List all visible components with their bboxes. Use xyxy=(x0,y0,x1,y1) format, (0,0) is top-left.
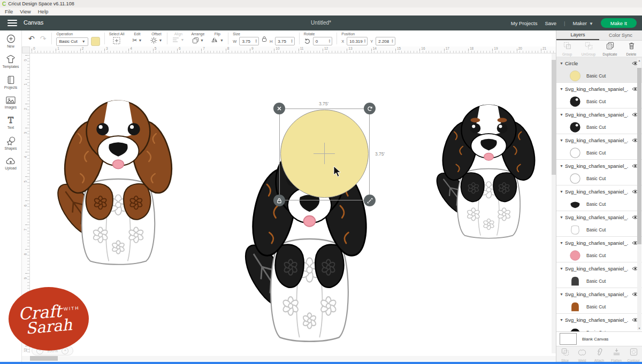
selection-resize-handle[interactable] xyxy=(364,195,376,206)
layer-cut-type: Basic Cut xyxy=(586,99,606,104)
lock-aspect-icon[interactable] xyxy=(262,36,267,42)
selection-rotate-handle[interactable] xyxy=(364,103,376,114)
layer-row[interactable]: ▼Svg_king_charles_spaniel_... xyxy=(556,83,642,95)
layer-sublayer-row[interactable]: Basic Cut xyxy=(556,95,642,108)
height-input[interactable]: 3.75▲▼ xyxy=(275,37,294,45)
chevron-down-icon[interactable]: ▼ xyxy=(560,267,565,270)
duplicate-button[interactable]: Duplicate xyxy=(599,41,621,57)
selection-lock-handle[interactable] xyxy=(273,195,285,206)
flip-button[interactable]: ▼ xyxy=(211,37,224,43)
sidebar-item-text[interactable]: TText xyxy=(0,112,21,133)
blank-canvas-row[interactable]: Blank Canvas xyxy=(556,331,642,346)
rotate-input[interactable]: 0▲▼ xyxy=(313,37,332,45)
my-projects-link[interactable]: My Projects xyxy=(511,20,538,26)
save-link[interactable]: Save xyxy=(545,20,556,26)
chevron-down-icon[interactable]: ▼ xyxy=(560,164,565,168)
canvas-object-spaniel-left[interactable] xyxy=(51,67,185,267)
layer-row[interactable]: ▼Svg_king_charles_spaniel_... xyxy=(556,262,642,275)
layer-group-5[interactable]: ▼Svg_king_charles_spaniel_...Basic Cut xyxy=(556,185,642,211)
layer-group-6[interactable]: ▼Svg_king_charles_spaniel_...Basic Cut xyxy=(556,211,642,237)
layer-group-4[interactable]: ▼Svg_king_charles_spaniel_...Basic Cut xyxy=(556,160,642,185)
operation-label: Operation xyxy=(56,32,100,36)
delete-button[interactable]: Delete xyxy=(621,41,642,57)
layer-row[interactable]: ▼Svg_king_charles_spaniel_... xyxy=(556,185,642,198)
layer-sublayer-row[interactable]: Basic Cut xyxy=(556,146,642,159)
layer-sublayer-row[interactable]: Basic Cut xyxy=(556,326,642,331)
vruler-tick-8: 8 xyxy=(24,250,27,255)
layer-row[interactable]: ▼Svg_king_charles_spaniel_... xyxy=(556,314,642,326)
position-x-input[interactable]: 10.319▲▼ xyxy=(347,37,368,45)
layer-row[interactable]: ▼Svg_king_charles_spaniel_... xyxy=(556,134,642,146)
chevron-down-icon[interactable]: ▼ xyxy=(560,138,565,142)
chevron-down-icon[interactable]: ▼ xyxy=(560,318,565,322)
menu-help[interactable]: Help xyxy=(36,9,51,14)
chevron-down-icon[interactable]: ▼ xyxy=(560,113,565,117)
operation-color-swatch[interactable] xyxy=(91,37,100,46)
layer-row[interactable]: ▼Svg_king_charles_spaniel_... xyxy=(556,160,642,172)
sidebar-item-shapes[interactable]: Shapes xyxy=(0,133,21,153)
make-it-button[interactable]: Make It xyxy=(601,18,637,28)
layer-group-3[interactable]: ▼Svg_king_charles_spaniel_...Basic Cut xyxy=(556,134,642,160)
layer-sublayer-row[interactable]: Basic Cut xyxy=(556,172,642,185)
craft-with-sarah-watermark: CraftWITH Sarah xyxy=(9,287,89,351)
duplicate-icon xyxy=(606,42,614,52)
menu-file[interactable]: File xyxy=(3,9,15,14)
align-button[interactable]: ▼ xyxy=(172,37,185,43)
tab-layers[interactable]: Layers xyxy=(556,30,599,40)
position-y-input[interactable]: 2.208▲▼ xyxy=(376,37,395,45)
layer-group-10[interactable]: ▼Svg_king_charles_spaniel_...Basic Cut xyxy=(556,314,642,331)
layer-group-0[interactable]: ▼CircleBasic Cut xyxy=(556,57,642,83)
layer-row[interactable]: ▼Circle xyxy=(556,57,642,69)
width-input[interactable]: 3.75▲▼ xyxy=(239,37,258,45)
chevron-down-icon[interactable]: ▼ xyxy=(560,87,565,91)
layer-group-7[interactable]: ▼Svg_king_charles_spaniel_...Basic Cut xyxy=(556,237,642,262)
layer-group-2[interactable]: ▼Svg_king_charles_spaniel_...Basic Cut xyxy=(556,109,642,134)
sidebar-item-projects[interactable]: Projects xyxy=(0,72,21,92)
sidebar-item-images[interactable]: Images xyxy=(0,92,21,112)
chevron-down-icon[interactable]: ▼ xyxy=(560,292,565,296)
layer-group-9[interactable]: ▼Svg_king_charles_spaniel_...Basic Cut xyxy=(556,288,642,314)
layer-sublayer-row[interactable]: Basic Cut xyxy=(556,300,642,313)
layer-sublayer-row[interactable]: Basic Cut xyxy=(556,223,642,236)
layer-sublayer-row[interactable]: Basic Cut xyxy=(556,249,642,262)
canvas-horizontal-scrollbar[interactable] xyxy=(22,356,556,361)
arrange-button[interactable]: ▼ xyxy=(192,37,204,44)
select-all-button[interactable] xyxy=(110,37,123,44)
layer-list-scrollbar[interactable]: ▲ ▼ xyxy=(637,58,641,330)
chevron-down-icon[interactable]: ▼ xyxy=(560,215,565,219)
redo-button[interactable]: ↷ xyxy=(40,34,47,43)
tab-color-sync[interactable]: Color Sync xyxy=(599,30,642,40)
layer-group-8[interactable]: ▼Svg_king_charles_spaniel_...Basic Cut xyxy=(556,262,642,288)
layer-group-1[interactable]: ▼Svg_king_charles_spaniel_...Basic Cut xyxy=(556,83,642,109)
selection-bounding-box[interactable] xyxy=(279,109,370,200)
chevron-down-icon[interactable]: ▼ xyxy=(560,241,565,245)
canvas-object-spaniel-right[interactable] xyxy=(431,78,546,241)
vruler-tick-3: 3 xyxy=(24,128,27,134)
layer-sublayer-row[interactable]: Basic Cut xyxy=(556,198,642,211)
undo-button[interactable]: ↶ xyxy=(28,34,35,43)
layer-sublayer-row[interactable]: Basic Cut xyxy=(556,121,642,134)
layer-row[interactable]: ▼Svg_king_charles_spaniel_... xyxy=(556,211,642,223)
layer-sublayer-row[interactable]: Basic Cut xyxy=(556,69,642,82)
group-button[interactable]: Group xyxy=(556,41,578,57)
layer-sublayer-row[interactable]: Basic Cut xyxy=(556,275,642,288)
hruler-tick-6: 6 xyxy=(179,47,181,50)
sidebar-item-templates[interactable]: Templates xyxy=(0,51,21,72)
chevron-down-icon[interactable]: ▼ xyxy=(560,190,565,193)
offset-button[interactable]: ▼ xyxy=(150,37,163,44)
selection-delete-handle[interactable] xyxy=(273,103,285,114)
hruler-tick-20: 20 xyxy=(518,47,522,50)
edit-button[interactable]: ✂▼ xyxy=(131,37,143,44)
menu-view[interactable]: View xyxy=(18,9,33,14)
layer-row[interactable]: ▼Svg_king_charles_spaniel_... xyxy=(556,109,642,121)
sidebar-item-new[interactable]: New xyxy=(0,30,21,51)
chevron-down-icon[interactable]: ▼ xyxy=(560,61,565,65)
design-canvas[interactable]: 3.75' 3.75' xyxy=(30,53,551,353)
operation-select[interactable]: Basic Cut▼ xyxy=(56,37,88,46)
layer-cut-type: Basic Cut xyxy=(586,278,606,284)
layer-row[interactable]: ▼Svg_king_charles_spaniel_... xyxy=(556,237,642,249)
machine-select[interactable]: Maker▼ xyxy=(573,20,593,26)
layer-row[interactable]: ▼Svg_king_charles_spaniel_... xyxy=(556,288,642,300)
sidebar-item-upload[interactable]: Upload xyxy=(0,153,21,173)
ungroup-button[interactable]: UnGroup xyxy=(578,41,599,57)
